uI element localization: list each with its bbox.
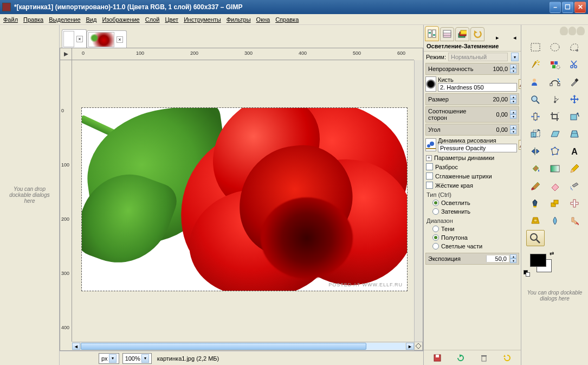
tool-paths[interactable] <box>546 74 564 90</box>
tool-scale[interactable] <box>526 126 545 142</box>
tool-dodge-burn[interactable] <box>526 230 545 246</box>
scroll-right-arrow[interactable]: ► <box>406 343 414 350</box>
tool-eraser[interactable] <box>546 178 564 194</box>
range-shadows-row[interactable]: Тени <box>424 225 521 233</box>
navigation-button[interactable] <box>414 342 423 350</box>
menu-view[interactable]: Вид <box>86 16 97 23</box>
tool-clone[interactable] <box>546 195 564 212</box>
scroll-left-arrow[interactable]: ◄ <box>72 343 80 350</box>
dynamics-field[interactable] <box>438 144 517 152</box>
menu-select[interactable]: Выделение <box>49 16 80 23</box>
ruler-vertical[interactable]: 0 100 200 300 400 <box>60 60 72 342</box>
tool-blur[interactable] <box>546 213 564 229</box>
tool-flip[interactable] <box>526 143 545 159</box>
scatter-row[interactable]: Разброс <box>424 162 521 171</box>
checkbox[interactable] <box>426 163 433 170</box>
menu-windows[interactable]: Окна <box>256 16 270 23</box>
restore-preset-button[interactable] <box>455 353 466 363</box>
foreground-color-swatch[interactable] <box>530 254 546 267</box>
spinner[interactable]: ▴▾ <box>510 65 516 73</box>
tool-perspective[interactable] <box>565 126 584 142</box>
radio[interactable] <box>432 208 439 215</box>
expander-icon[interactable]: + <box>426 155 432 161</box>
aspect-value[interactable]: 0,00 <box>486 111 509 118</box>
brush-preview[interactable] <box>425 76 436 92</box>
maximize-button[interactable]: ☐ <box>562 2 573 13</box>
dynamics-params-row[interactable]: + Параметры динамики <box>424 153 521 162</box>
tool-perspective-clone[interactable] <box>526 213 545 229</box>
checkbox[interactable] <box>426 182 433 189</box>
ruler-horizontal[interactable]: 0 100 200 300 400 500 600 <box>72 48 414 60</box>
chevron-down-icon[interactable]: ▾ <box>511 53 519 61</box>
tool-text[interactable]: A <box>565 143 584 159</box>
menu-image[interactable]: Изображение <box>102 16 139 23</box>
tool-crop[interactable] <box>546 108 564 125</box>
minimize-button[interactable]: – <box>550 2 561 13</box>
menu-help[interactable]: Справка <box>275 16 299 23</box>
tool-free-select[interactable] <box>565 39 584 55</box>
menu-layer[interactable]: Слой <box>145 16 160 23</box>
menu-tools[interactable]: Инструменты <box>184 16 221 23</box>
tool-ellipse-select[interactable] <box>546 39 564 55</box>
spinner[interactable]: ▴▾ <box>510 254 516 263</box>
radio[interactable] <box>432 226 439 232</box>
menu-file[interactable]: Файл <box>3 16 18 23</box>
spinner[interactable]: ▴▾ <box>510 110 516 119</box>
tool-paintbrush[interactable] <box>526 178 545 194</box>
tool-heal[interactable] <box>565 195 584 212</box>
opacity-row[interactable]: Непрозрачность 100,0 ▴▾ <box>425 63 519 75</box>
checkbox[interactable] <box>426 172 433 180</box>
zoom-selector[interactable]: 100%▾ <box>122 353 152 364</box>
tool-foreground-select[interactable] <box>526 74 545 90</box>
size-row[interactable]: Размер 20,00 ▴▾ <box>425 93 519 105</box>
tool-ink[interactable] <box>526 195 545 212</box>
tool-bucket-fill[interactable] <box>526 161 545 177</box>
tool-cage[interactable] <box>546 143 564 159</box>
aspect-row[interactable]: Соотношение сторон 0,00 ▴▾ <box>425 106 519 123</box>
hard-edge-row[interactable]: Жёсткие края <box>424 181 521 190</box>
tool-measure[interactable] <box>546 91 564 107</box>
default-colors-icon[interactable] <box>524 270 530 277</box>
size-value[interactable]: 20,00 <box>486 96 509 103</box>
radio[interactable] <box>432 243 439 249</box>
opacity-value[interactable]: 100,0 <box>486 66 509 72</box>
tool-fuzzy-select[interactable] <box>526 56 545 73</box>
reset-preset-button[interactable] <box>502 353 513 363</box>
tool-blend[interactable] <box>546 161 564 177</box>
image-tab-rose[interactable]: × <box>87 30 127 48</box>
tool-zoom[interactable] <box>526 91 545 107</box>
close-tab-icon[interactable]: × <box>76 36 83 42</box>
menu-colors[interactable]: Цвет <box>165 16 178 23</box>
spinner[interactable]: ▴▾ <box>510 125 516 134</box>
tool-smudge[interactable] <box>565 213 584 229</box>
tab-undo-history[interactable] <box>470 27 484 41</box>
image-tab-blank[interactable]: × <box>62 29 87 48</box>
exposure-value[interactable]: 50,0 <box>486 255 509 262</box>
range-highlights-row[interactable]: Светлые части <box>424 242 521 251</box>
tool-shear[interactable] <box>546 126 564 142</box>
mode-select[interactable]: Нормальный <box>448 53 508 61</box>
tool-by-color-select[interactable] <box>546 56 564 73</box>
tool-align[interactable] <box>526 108 545 125</box>
smooth-stroke-row[interactable]: Сглаженные штрихи <box>424 171 521 181</box>
spinner[interactable]: ▴▾ <box>510 95 516 104</box>
tool-move[interactable] <box>565 91 584 107</box>
tab-tool-options[interactable] <box>425 26 439 41</box>
canvas[interactable]: POSTED AT WWW.ELLF.RU <box>82 108 407 291</box>
brush-name-field[interactable] <box>438 83 517 92</box>
scroll-thumb[interactable] <box>81 343 366 350</box>
dynamics-preview[interactable] <box>425 138 436 151</box>
angle-value[interactable]: 0,00 <box>486 126 509 133</box>
range-midtones-row[interactable]: Полутона <box>424 233 521 242</box>
type-burn-row[interactable]: Затемнить <box>424 207 521 216</box>
chevron-down-icon[interactable]: ▾ <box>109 354 117 363</box>
save-preset-button[interactable] <box>432 353 443 363</box>
tool-pencil[interactable] <box>565 161 584 177</box>
tab-device-status[interactable] <box>440 27 454 41</box>
tool-rotate[interactable] <box>565 108 584 125</box>
canvas-viewport[interactable]: POSTED AT WWW.ELLF.RU <box>72 60 414 342</box>
scrollbar-vertical[interactable] <box>414 60 423 342</box>
radio[interactable] <box>432 234 439 241</box>
tool-scissors[interactable] <box>565 56 584 73</box>
delete-preset-button[interactable] <box>479 353 489 363</box>
